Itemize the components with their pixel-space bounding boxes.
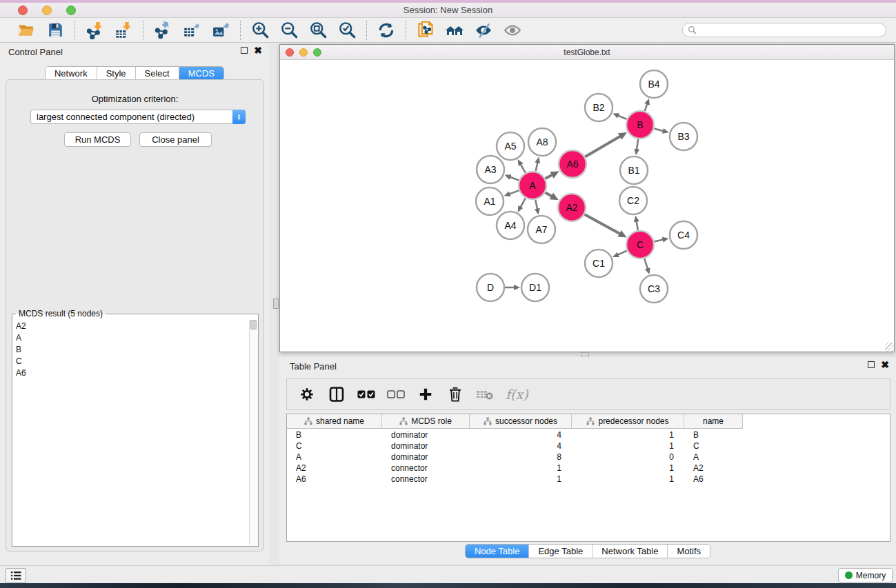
graph-node-A7[interactable]: A7 bbox=[528, 216, 555, 243]
trash-icon bbox=[448, 387, 462, 402]
create-column-button[interactable] bbox=[417, 385, 435, 403]
open-session-button[interactable] bbox=[15, 20, 37, 41]
show-columns-button[interactable] bbox=[328, 385, 346, 403]
graph-node-B1[interactable]: B1 bbox=[620, 156, 648, 184]
tab-style[interactable]: Style bbox=[97, 67, 136, 80]
table-cell: connector bbox=[382, 463, 470, 473]
main-toolbar bbox=[0, 18, 896, 43]
tab-motifs[interactable]: Motifs bbox=[668, 545, 710, 558]
close-panel-icon[interactable]: ✖ bbox=[254, 47, 262, 54]
table-row[interactable]: Adominator80A bbox=[287, 452, 890, 463]
unselect-all-columns-button[interactable] bbox=[387, 385, 405, 403]
export-table-icon bbox=[183, 21, 201, 39]
graph-node-A1[interactable]: A1 bbox=[476, 187, 504, 215]
mcds-result-item[interactable]: B bbox=[13, 343, 249, 355]
import-table-button[interactable] bbox=[112, 20, 135, 41]
graph-node-C3[interactable]: C3 bbox=[640, 275, 668, 303]
mcds-result-item[interactable]: C bbox=[13, 355, 249, 367]
delete-column-button[interactable] bbox=[446, 385, 464, 403]
column-header-label: name bbox=[703, 416, 724, 426]
column-header-name[interactable]: name bbox=[684, 414, 743, 428]
mcds-tab-content: Optimization criterion: largest connecte… bbox=[6, 79, 264, 551]
window-resize-grip[interactable] bbox=[885, 343, 894, 352]
memory-status-icon bbox=[845, 571, 853, 579]
zoom-out-button[interactable] bbox=[278, 20, 300, 41]
export-network-button[interactable] bbox=[152, 20, 174, 41]
mcds-result-item[interactable]: A6 bbox=[13, 367, 249, 378]
tab-network[interactable]: Network bbox=[46, 67, 97, 80]
column-header-successor-nodes[interactable]: successor nodes bbox=[470, 414, 572, 428]
table-row[interactable]: Bdominator41B bbox=[287, 429, 890, 440]
graph-node-label: C1 bbox=[593, 258, 605, 269]
refresh-button[interactable] bbox=[375, 20, 397, 41]
zoom-selected-button[interactable] bbox=[336, 20, 358, 41]
graph-node-C2[interactable]: C2 bbox=[619, 187, 647, 214]
column-header-mcds-role[interactable]: MCDS role bbox=[382, 414, 470, 428]
tab-select[interactable]: Select bbox=[136, 67, 179, 80]
tab-edge-table[interactable]: Edge Table bbox=[529, 545, 593, 558]
graph-node-A8[interactable]: A8 bbox=[528, 128, 556, 156]
graph-node-A4[interactable]: A4 bbox=[497, 212, 524, 239]
table-cell: 1 bbox=[572, 463, 684, 473]
memory-button[interactable]: Memory bbox=[838, 568, 893, 582]
graph-edge-arrowhead bbox=[662, 237, 669, 243]
first-neighbors-button[interactable] bbox=[444, 20, 466, 41]
export-table-button[interactable] bbox=[181, 20, 203, 41]
table-cell: 4 bbox=[470, 430, 572, 440]
close-panel-button[interactable]: Close panel bbox=[139, 132, 212, 147]
table-row[interactable]: Cdominator41C bbox=[287, 440, 890, 452]
search-text-field[interactable] bbox=[697, 26, 876, 35]
close-table-panel-icon[interactable]: ✖ bbox=[881, 361, 889, 368]
graph-node-A3[interactable]: A3 bbox=[477, 156, 504, 183]
select-all-columns-button[interactable] bbox=[357, 385, 375, 403]
export-image-button[interactable] bbox=[210, 20, 232, 41]
criterion-value: largest connected component (directed) bbox=[31, 112, 232, 122]
duplicate-network-button[interactable] bbox=[415, 20, 437, 41]
graph-node-B[interactable]: B bbox=[626, 111, 654, 139]
task-history-button[interactable] bbox=[6, 568, 26, 583]
graph-node-D1[interactable]: D1 bbox=[521, 274, 549, 301]
tab-network-table[interactable]: Network Table bbox=[593, 545, 668, 558]
table-row[interactable]: A6connector11A6 bbox=[287, 474, 890, 485]
network-canvas[interactable]: AA1A2A3A4A5A6A7A8BB1B2B3B4CC1C2C3C4DD1 bbox=[280, 60, 894, 352]
table-panel-title: Table Panel bbox=[290, 361, 337, 372]
zoom-in-icon bbox=[251, 21, 270, 39]
float-table-panel-icon[interactable] bbox=[868, 361, 875, 368]
mcds-result-scrollbar[interactable] bbox=[249, 320, 257, 545]
graph-node-C[interactable]: C bbox=[626, 231, 654, 258]
graph-node-A5[interactable]: A5 bbox=[497, 132, 524, 160]
search-input[interactable] bbox=[682, 23, 886, 37]
graph-node-B2[interactable]: B2 bbox=[585, 94, 613, 121]
run-mcds-button[interactable]: Run MCDS bbox=[64, 132, 131, 147]
graph-node-D[interactable]: D bbox=[477, 274, 504, 301]
vertical-splitter-handle[interactable] bbox=[273, 298, 279, 309]
graph-node-label: B1 bbox=[628, 165, 639, 176]
save-session-button[interactable] bbox=[44, 20, 66, 41]
criterion-select[interactable]: largest connected component (directed) ▲… bbox=[30, 110, 246, 124]
hide-selected-button[interactable] bbox=[472, 20, 495, 41]
tab-mcds[interactable]: MCDS bbox=[179, 67, 223, 80]
graph-node-A6[interactable]: A6 bbox=[559, 150, 586, 178]
import-network-button[interactable] bbox=[83, 20, 106, 41]
network-window-titlebar[interactable]: testGlobe.txt bbox=[280, 45, 894, 60]
column-header-predecessor-nodes[interactable]: predecessor nodes bbox=[572, 414, 684, 428]
graph-node-A[interactable]: A bbox=[519, 172, 546, 199]
tab-node-table[interactable]: Node Table bbox=[466, 545, 530, 558]
zoom-fit-button[interactable] bbox=[307, 20, 329, 41]
show-hidden-button[interactable] bbox=[501, 20, 524, 41]
graph-node-B3[interactable]: B3 bbox=[670, 123, 697, 150]
zoom-in-button[interactable] bbox=[249, 20, 271, 41]
table-row[interactable]: A2connector11A2 bbox=[287, 463, 890, 474]
mcds-result-item[interactable]: A bbox=[13, 332, 249, 343]
table-settings-button[interactable] bbox=[298, 385, 316, 403]
export-image-icon bbox=[212, 21, 230, 39]
column-header-shared-name[interactable]: shared name bbox=[287, 414, 382, 428]
graph-node-C1[interactable]: C1 bbox=[585, 250, 613, 277]
table-toolbar: f(x) bbox=[286, 378, 890, 410]
graph-node-B4[interactable]: B4 bbox=[640, 70, 668, 98]
graph-node-A2[interactable]: A2 bbox=[558, 194, 586, 221]
mcds-result-item[interactable]: A2 bbox=[13, 320, 249, 332]
float-panel-icon[interactable] bbox=[241, 47, 248, 54]
graph-node-C4[interactable]: C4 bbox=[670, 221, 697, 249]
graph-edge-B-B3 bbox=[654, 128, 664, 131]
